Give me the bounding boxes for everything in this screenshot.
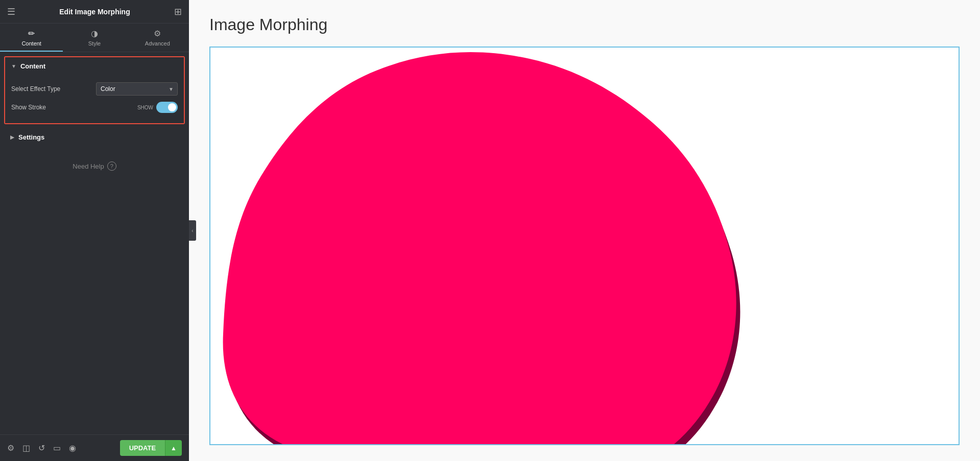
content-section-header[interactable]: ▼ Content [5,57,184,75]
panel-header: ☰ Edit Image Morphing ⊞ [0,0,189,24]
tab-advanced[interactable]: ⚙ Advanced [126,24,189,52]
left-panel: ☰ Edit Image Morphing ⊞ ✏ Content ◑ Styl… [0,0,189,461]
need-help-text: Need Help [73,163,104,170]
settings-section: ▶ Settings [4,128,185,146]
settings-icon[interactable]: ⚙ [7,443,14,453]
show-stroke-toggle-wrapper: SHOW [137,102,178,113]
show-stroke-control: SHOW [87,102,178,113]
content-tab-icon: ✏ [28,29,35,38]
show-stroke-row: Show Stroke SHOW [11,99,178,116]
advanced-tab-icon: ⚙ [154,29,161,38]
blob-main-path [223,52,736,445]
need-help-area: Need Help ? [0,162,189,171]
content-section-body: Select Effect Type Color Image Gradient … [5,75,184,123]
select-effect-label: Select Effect Type [11,85,87,93]
settings-chevron-icon: ▶ [10,134,14,140]
content-section: ▼ Content Select Effect Type Color Image… [4,56,185,124]
history-icon[interactable]: ↺ [38,443,45,453]
style-tab-icon: ◑ [91,29,98,38]
right-content: Image Morphing [189,0,980,461]
tab-style[interactable]: ◑ Style [63,24,126,52]
collapse-icon: ‹ [192,228,193,234]
panel-content: ▼ Content Select Effect Type Color Image… [0,52,189,434]
eye-icon[interactable]: ◉ [69,443,76,453]
hamburger-icon[interactable]: ☰ [7,6,15,17]
canvas-area [209,47,960,445]
blob-svg [216,47,752,445]
page-title: Image Morphing [209,15,960,34]
tabs-row: ✏ Content ◑ Style ⚙ Advanced [0,24,189,52]
style-tab-label: Style [88,40,101,47]
select-effect-dropdown[interactable]: Color Image Gradient [96,82,178,96]
update-arrow-button[interactable]: ▲ [165,440,182,456]
select-effect-wrapper: Color Image Gradient ▼ [96,82,178,96]
show-stroke-label: Show Stroke [11,104,87,111]
tab-content[interactable]: ✏ Content [0,24,63,52]
update-button[interactable]: UPDATE [120,440,165,456]
layers-icon[interactable]: ◫ [22,443,30,453]
select-effect-row: Select Effect Type Color Image Gradient … [11,79,178,99]
settings-section-label: Settings [18,133,44,141]
settings-section-header[interactable]: ▶ Settings [4,128,185,146]
help-icon[interactable]: ? [107,162,116,171]
panel-bottom: ⚙ ◫ ↺ ▭ ◉ UPDATE ▲ [0,434,189,461]
select-effect-control: Color Image Gradient ▼ [87,82,178,96]
show-stroke-toggle[interactable] [156,102,178,113]
grid-icon[interactable]: ⊞ [174,6,182,17]
panel-title: Edit Image Morphing [59,8,130,16]
responsive-icon[interactable]: ▭ [53,443,61,453]
toggle-show-text: SHOW [137,105,153,110]
collapse-handle[interactable]: ‹ [189,220,196,241]
content-section-label: Content [20,62,45,70]
content-tab-label: Content [21,40,41,47]
bottom-icons: ⚙ ◫ ↺ ▭ ◉ [7,443,76,453]
update-btn-group: UPDATE ▲ [120,440,182,456]
toggle-slider [156,102,178,113]
content-chevron-icon: ▼ [11,63,16,69]
advanced-tab-label: Advanced [145,40,170,47]
blob-container [216,47,752,445]
